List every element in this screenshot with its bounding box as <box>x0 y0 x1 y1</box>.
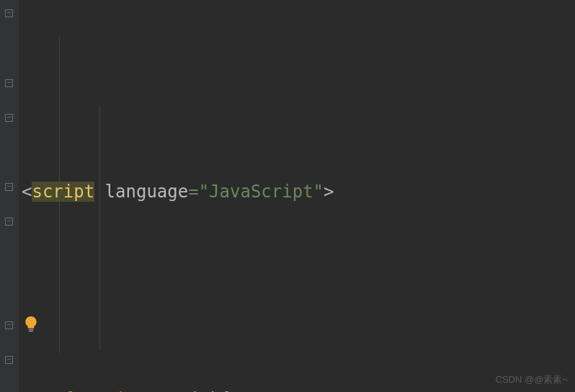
fold-marker-icon[interactable] <box>5 218 13 226</box>
svg-rect-0 <box>29 329 34 331</box>
fold-marker-icon[interactable] <box>5 114 13 122</box>
svg-rect-1 <box>29 331 33 332</box>
code-area[interactable]: <script language="JavaScript"> function … <box>19 0 575 392</box>
code-line[interactable]: function sum(a){ <box>22 382 575 392</box>
code-line[interactable] <box>22 278 575 313</box>
fold-marker-icon[interactable] <box>5 356 13 364</box>
fold-marker-icon[interactable] <box>5 9 13 17</box>
code-editor[interactable]: <script language="JavaScript"> function … <box>0 0 575 392</box>
watermark-text: CSDN @@素素~ <box>496 373 568 386</box>
code-line[interactable]: <script language="JavaScript"> <box>22 174 575 209</box>
fold-marker-icon[interactable] <box>5 183 13 191</box>
fold-marker-icon[interactable] <box>5 321 13 329</box>
lightbulb-icon[interactable] <box>24 316 37 332</box>
fold-marker-icon[interactable] <box>5 79 13 87</box>
editor-gutter <box>0 0 19 392</box>
